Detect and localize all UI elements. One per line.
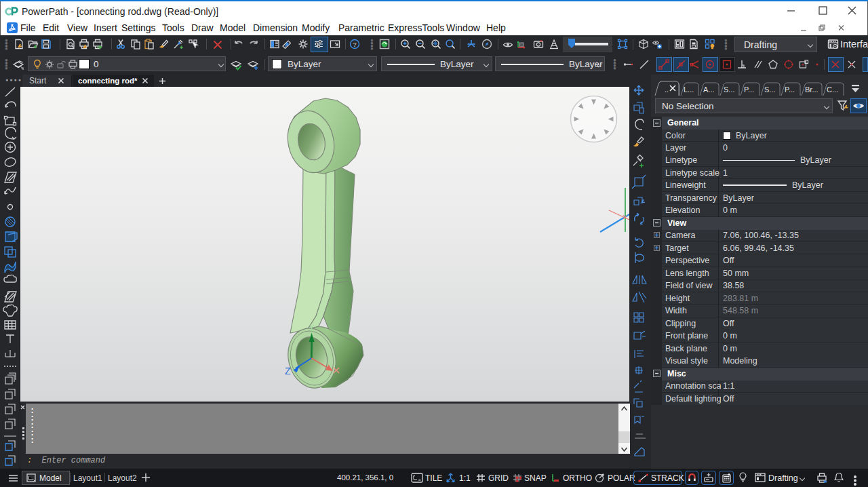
svg-text:C...: C...: [827, 85, 838, 94]
svg-text:L...: L...: [684, 85, 694, 94]
svg-text:P...: P...: [785, 85, 795, 94]
svg-text:..: ..: [665, 85, 669, 94]
svg-text:Z: Z: [285, 366, 291, 376]
svg-text:S...: S...: [724, 85, 735, 94]
svg-text:A...: A...: [703, 85, 715, 94]
svg-text:S...: S...: [764, 85, 776, 94]
svg-text:Br...: Br...: [805, 85, 818, 94]
svg-text:?: ?: [353, 41, 356, 48]
svg-text:P...: P...: [744, 85, 754, 94]
